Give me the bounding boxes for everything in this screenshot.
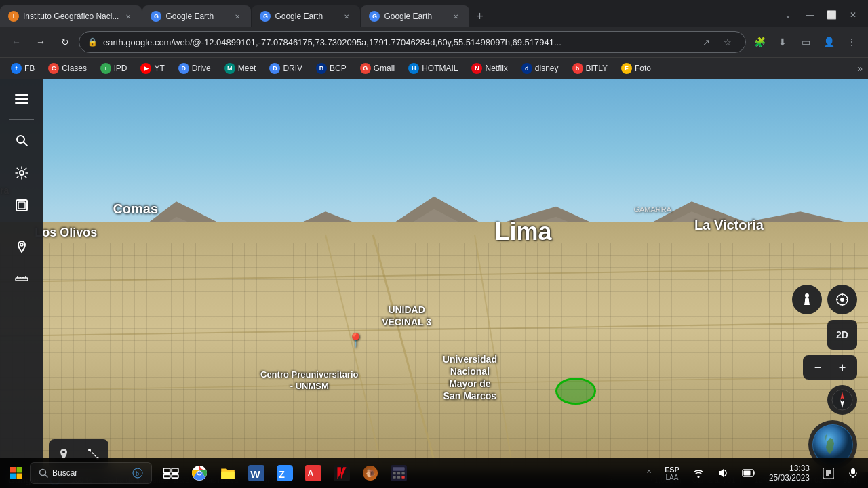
- bookmark-hotmail-icon: H: [408, 63, 419, 74]
- taskbar-file-explorer[interactable]: [214, 460, 241, 487]
- svg-point-26: [805, 293, 809, 298]
- svg-rect-47: [172, 468, 178, 473]
- bookmark-yt-label: YT: [154, 64, 164, 73]
- taskbar-wifi[interactable]: [689, 465, 708, 481]
- tab-4-close[interactable]: ✕: [450, 11, 461, 22]
- zoom-in-button[interactable]: +: [833, 358, 852, 377]
- tab-4[interactable]: G Google Earth ✕: [361, 5, 469, 27]
- bookmark-yt-icon: ▶: [140, 63, 151, 74]
- back-button[interactable]: ←: [5, 31, 27, 53]
- tab-3-close[interactable]: ✕: [341, 11, 352, 22]
- taskbar-zoom[interactable]: Z: [271, 460, 298, 487]
- taskbar-chrome[interactable]: [186, 460, 213, 487]
- bookmark-fb[interactable]: f FB: [5, 62, 40, 75]
- bookmark-clases-icon: C: [48, 63, 59, 74]
- bookmark-bcp[interactable]: B BCP: [311, 62, 352, 75]
- battery-icon: [742, 468, 755, 479]
- close-window-button[interactable]: ✕: [844, 5, 863, 24]
- taskbar-show-hidden-icons[interactable]: ^: [643, 466, 655, 481]
- tab-2[interactable]: G Google Earth ✕: [142, 5, 251, 27]
- new-tab-button[interactable]: +: [470, 7, 489, 26]
- bookmark-clases[interactable]: C Clases: [43, 62, 92, 75]
- svg-text:W: W: [250, 468, 260, 480]
- taskbar-task-view[interactable]: [157, 460, 184, 487]
- taskbar-volume[interactable]: [713, 465, 732, 481]
- svg-point-22: [62, 451, 65, 453]
- sidebar-menu-button[interactable]: [7, 84, 37, 114]
- svg-point-13: [20, 171, 24, 175]
- share-button[interactable]: ↗: [696, 33, 715, 52]
- bookmark-driv[interactable]: D DRIV: [264, 62, 308, 75]
- svg-rect-17: [16, 278, 28, 281]
- sidebar-measure-button[interactable]: [7, 264, 37, 294]
- taskbar-netflix-app[interactable]: [328, 460, 355, 487]
- sidebar-settings-button[interactable]: [7, 158, 37, 188]
- minimize-button[interactable]: —: [800, 5, 819, 24]
- svg-rect-63: [393, 472, 395, 474]
- bookmark-disney[interactable]: d disney: [516, 62, 564, 75]
- svg-line-43: [45, 475, 48, 478]
- map-container[interactable]: Lima Los Olivos Comas ra La Victoria GAM…: [0, 79, 868, 488]
- wifi-icon: [693, 468, 704, 479]
- notifications-icon: [823, 468, 834, 479]
- sidebar-pin-button[interactable]: [7, 232, 37, 262]
- tab-2-favicon: G: [151, 11, 161, 22]
- bookmark-drive[interactable]: D Drive: [173, 62, 216, 75]
- taskbar-word[interactable]: W: [243, 460, 270, 487]
- bookmark-ipd[interactable]: i iPD: [95, 62, 132, 75]
- tab-1[interactable]: I Instituto Geográfico Naci... ✕: [0, 5, 142, 27]
- taskbar-mic[interactable]: [844, 465, 863, 481]
- bookmark-yt[interactable]: ▶ YT: [135, 62, 170, 75]
- bookmark-netflix[interactable]: N Netflix: [466, 62, 513, 75]
- svg-rect-9: [15, 98, 28, 100]
- bookmark-foto-icon: F: [621, 63, 632, 74]
- sidebar-toggle-button[interactable]: ▭: [795, 31, 816, 53]
- bookmark-button[interactable]: ☆: [718, 33, 737, 52]
- 2d-toggle-button[interactable]: 2D: [827, 320, 857, 350]
- taskbar-language[interactable]: ESP LAA: [660, 463, 684, 484]
- taskbar-notifications[interactable]: [819, 465, 838, 481]
- compass-button[interactable]: [827, 385, 857, 415]
- taskbar-clock[interactable]: 13:33 25/03/2023: [765, 461, 814, 485]
- address-bar[interactable]: 🔒 earth.google.com/web/@-12.04899101,-77…: [79, 31, 746, 53]
- svg-rect-39: [17, 467, 23, 473]
- bookmark-gmail[interactable]: G Gmail: [355, 62, 400, 75]
- taskbar-other-app[interactable]: 🐌: [357, 460, 384, 487]
- start-button[interactable]: [5, 462, 27, 484]
- location-button[interactable]: [827, 285, 857, 314]
- tab-3[interactable]: G Google Earth ✕: [252, 5, 360, 27]
- stadium-marker: [555, 378, 596, 405]
- forward-button[interactable]: →: [30, 31, 52, 53]
- taskbar: Buscar b: [0, 458, 868, 488]
- taskbar-acrobat[interactable]: A: [300, 460, 327, 487]
- maximize-button[interactable]: ⬜: [822, 5, 841, 24]
- taskbar-search[interactable]: Buscar b: [30, 462, 152, 484]
- bookmark-driv-label: DRIV: [283, 64, 302, 73]
- profile-button[interactable]: 👤: [818, 31, 840, 53]
- zoom-out-button[interactable]: −: [808, 358, 827, 377]
- sidebar-layers-button[interactable]: [7, 190, 37, 220]
- street-view-button[interactable]: [792, 285, 822, 314]
- map-pin: 📍: [347, 332, 364, 348]
- bookmark-foto[interactable]: F Foto: [616, 62, 656, 75]
- sidebar-search-button[interactable]: [7, 125, 37, 155]
- bookmark-hotmail[interactable]: H HOTMAIL: [403, 62, 463, 75]
- taskbar-battery[interactable]: [738, 465, 760, 481]
- city-grid: [0, 243, 868, 488]
- mic-icon: [848, 468, 859, 479]
- tab-1-close[interactable]: ✕: [123, 11, 134, 22]
- bookmark-netflix-label: Netflix: [485, 64, 507, 73]
- download-button[interactable]: ⬇: [772, 31, 793, 53]
- tab-search-button[interactable]: ⌄: [778, 5, 797, 24]
- taskbar-time: 13:33: [789, 464, 810, 473]
- extensions-button[interactable]: 🧩: [749, 31, 770, 53]
- tab-2-close[interactable]: ✕: [232, 11, 243, 22]
- volume-icon: [717, 468, 728, 479]
- menu-button[interactable]: ⋮: [841, 31, 863, 53]
- bookmark-meet[interactable]: M Meet: [219, 62, 262, 75]
- bookmarks-more-button[interactable]: »: [857, 63, 863, 74]
- taskbar-calculator[interactable]: [385, 460, 412, 487]
- bookmark-bitly[interactable]: b BITLY: [567, 62, 613, 75]
- svg-rect-8: [15, 94, 28, 96]
- reload-button[interactable]: ↻: [54, 31, 76, 53]
